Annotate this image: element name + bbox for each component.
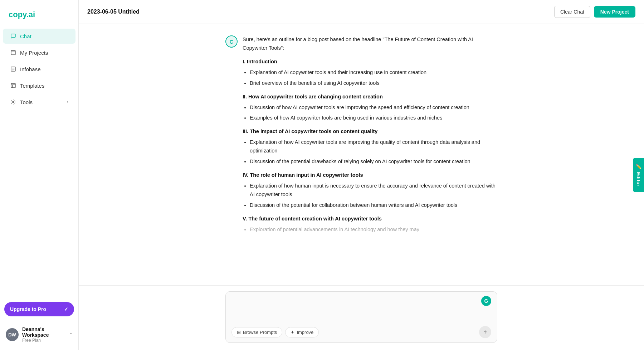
upgrade-button[interactable]: Upgrade to Pro ✓: [4, 302, 74, 316]
new-project-button[interactable]: New Project: [594, 6, 635, 18]
list-item: Discussion of how AI copywriter tools ar…: [250, 103, 497, 112]
input-box: G ⊞ Browse Prompts ✦ Improve: [225, 291, 497, 343]
section-3: IV. The role of human input in AI copywr…: [243, 171, 497, 210]
logo-text: copy.ai: [9, 10, 35, 19]
sidebar-item-templates[interactable]: Templates: [3, 78, 75, 93]
chat-input[interactable]: [231, 310, 491, 322]
clear-chat-button[interactable]: Clear Chat: [554, 6, 590, 18]
sidebar-item-tools[interactable]: Tools ›: [3, 94, 75, 110]
list-item: Brief overview of the benefits of using …: [250, 79, 497, 88]
section-1-heading: II. How AI copywriter tools are changing…: [243, 93, 497, 101]
section-1: II. How AI copywriter tools are changing…: [243, 93, 497, 123]
improve-icon: ✦: [291, 330, 294, 335]
sidebar-item-my-projects[interactable]: My Projects: [3, 45, 75, 60]
section-1-list: Discussion of how AI copywriter tools ar…: [243, 103, 497, 123]
sidebar-item-tools-label: Tools: [20, 99, 33, 105]
section-4: V. The future of content creation with A…: [243, 215, 497, 234]
browse-prompts-icon: ⊞: [237, 330, 241, 335]
list-item: Discussion of the potential for collabor…: [250, 201, 497, 210]
my-projects-icon: [10, 49, 16, 56]
section-4-heading: V. The future of content creation with A…: [243, 215, 497, 223]
sidebar-item-infobase[interactable]: Infobase: [3, 62, 75, 77]
user-info: Deanna's Workspace Free Plan: [22, 326, 65, 343]
ai-avatar: C: [225, 35, 238, 48]
page-title: 2023-06-05 Untitled: [87, 9, 140, 15]
svg-rect-2: [11, 83, 15, 88]
input-area: G ⊞ Browse Prompts ✦ Improve: [79, 285, 644, 350]
header: 2023-06-05 Untitled Clear Chat New Proje…: [79, 0, 644, 24]
section-2: III. The impact of AI copywriter tools o…: [243, 127, 497, 166]
chat-icon: [10, 33, 16, 39]
browse-prompts-label: Browse Prompts: [243, 330, 277, 335]
list-item: Explanation of how human input is necess…: [250, 182, 497, 199]
chat-area: C Sure, here's an outline for a blog pos…: [79, 24, 644, 285]
section-4-list: Exploration of potential advancements in…: [243, 225, 497, 234]
ai-message: C Sure, here's an outline for a blog pos…: [225, 35, 497, 237]
list-item: Exploration of potential advancements in…: [250, 225, 497, 234]
sidebar-item-chat-label: Chat: [20, 33, 31, 39]
user-area[interactable]: DW Deanna's Workspace Free Plan ⌃: [0, 322, 78, 350]
section-0-heading: I. Introduction: [243, 58, 497, 66]
list-item: Explanation of how AI copywriter tools a…: [250, 138, 497, 155]
avatar: DW: [6, 328, 19, 341]
input-left: ⊞ Browse Prompts ✦ Improve: [231, 327, 319, 337]
chat-content: C Sure, here's an outline for a blog pos…: [225, 35, 497, 246]
svg-point-3: [13, 101, 14, 103]
improve-label: Improve: [297, 330, 313, 335]
sidebar-item-infobase-label: Infobase: [20, 66, 41, 72]
editor-icon: ✏️: [636, 164, 641, 170]
section-0: I. Introduction Explanation of AI copywr…: [243, 58, 497, 88]
svg-rect-0: [11, 50, 15, 55]
upgrade-label: Upgrade to Pro: [10, 306, 46, 312]
user-chevron-icon: ⌃: [69, 332, 73, 337]
editor-tab[interactable]: ✏️ Editor: [633, 158, 644, 192]
input-actions: ⊞ Browse Prompts ✦ Improve: [231, 326, 491, 338]
sidebar-item-my-projects-label: My Projects: [20, 50, 48, 56]
section-2-list: Explanation of how AI copywriter tools a…: [243, 138, 497, 166]
list-item: Explanation of AI copywriter tools and t…: [250, 68, 497, 77]
main-area: 2023-06-05 Untitled Clear Chat New Proje…: [79, 0, 644, 350]
sidebar-item-chat[interactable]: Chat: [3, 29, 75, 44]
section-2-heading: III. The impact of AI copywriter tools o…: [243, 127, 497, 136]
user-name: Deanna's Workspace: [22, 326, 65, 338]
sidebar: copy.ai Chat My Projects Infobase Templa…: [0, 0, 79, 350]
message-body: Sure, here's an outline for a blog post …: [243, 35, 497, 237]
browse-prompts-button[interactable]: ⊞ Browse Prompts: [231, 327, 282, 337]
improve-button[interactable]: ✦ Improve: [285, 327, 319, 337]
templates-icon: [10, 82, 16, 89]
list-item: Examples of how AI copywriter tools are …: [250, 114, 497, 122]
infobase-icon: [10, 66, 16, 72]
upgrade-check-icon: ✓: [64, 306, 68, 312]
tools-icon: [10, 99, 16, 105]
g-icon: G: [481, 296, 491, 306]
message-intro: Sure, here's an outline for a blog post …: [243, 35, 497, 53]
section-3-list: Explanation of how human input is necess…: [243, 182, 497, 210]
logo[interactable]: copy.ai: [0, 0, 78, 28]
list-item: Discussion of the potential drawbacks of…: [250, 157, 497, 166]
editor-label: Editor: [636, 172, 641, 186]
section-0-list: Explanation of AI copywriter tools and t…: [243, 68, 497, 88]
tools-arrow-icon: ›: [67, 99, 68, 104]
send-button[interactable]: [479, 326, 491, 338]
user-plan: Free Plan: [22, 338, 65, 343]
header-actions: Clear Chat New Project: [554, 6, 635, 18]
section-3-heading: IV. The role of human input in AI copywr…: [243, 171, 497, 180]
sidebar-item-templates-label: Templates: [20, 83, 44, 89]
